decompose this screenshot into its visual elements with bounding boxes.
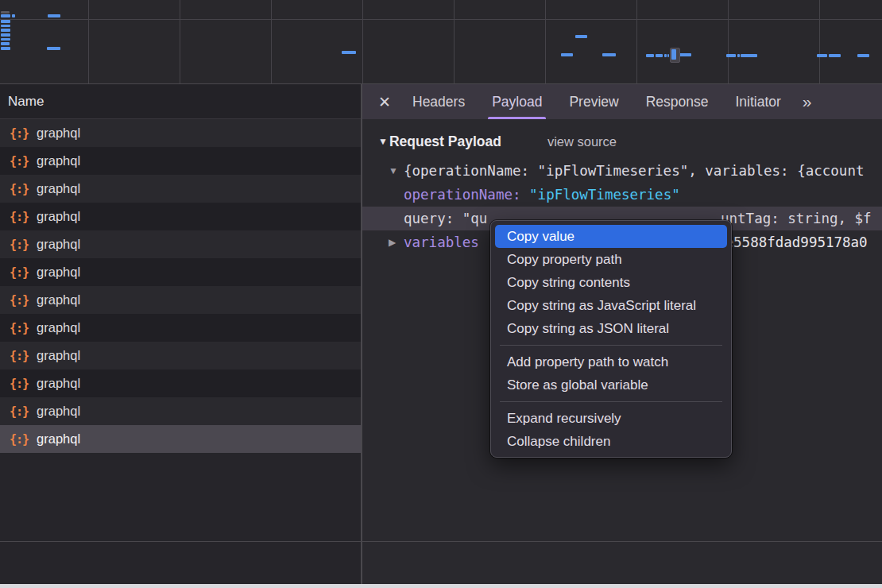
tab-list: HeadersPayloadPreviewResponseInitiator (399, 84, 795, 119)
network-activity-bar (48, 14, 60, 17)
network-activity-bar (1, 29, 10, 32)
details-tab-bar: ✕ HeadersPayloadPreviewResponseInitiator… (362, 84, 882, 119)
overview-gridline (819, 0, 820, 83)
menu-separator (500, 401, 722, 402)
network-overview-timeline[interactable] (0, 0, 882, 84)
request-list: {:}graphql{:}graphql{:}graphql{:}graphql… (0, 119, 361, 453)
network-activity-bar (1, 38, 10, 41)
json-resource-icon: {:} (10, 154, 29, 168)
request-row-graphql[interactable]: {:}graphql (0, 147, 361, 175)
more-tabs-icon[interactable]: » (796, 92, 818, 111)
tab-initiator[interactable]: Initiator (721, 84, 794, 119)
overview-gridline (728, 0, 729, 83)
json-resource-icon: {:} (10, 321, 29, 335)
tab-response[interactable]: Response (632, 84, 722, 119)
payload-root-row[interactable]: ▼ {operationName: "ipFlowTimeseries", va… (362, 159, 882, 183)
name-column-header[interactable]: Name (0, 84, 361, 119)
network-activity-bar (741, 54, 757, 57)
json-resource-icon: {:} (10, 238, 29, 252)
requests-pane: Name {:}graphql{:}graphql{:}graphql{:}gr… (0, 84, 361, 588)
network-activity-bar (726, 54, 736, 57)
network-activity-bar (575, 35, 587, 38)
network-activity-bar (1, 42, 10, 45)
expand-arrow-icon[interactable]: ▶ (389, 230, 396, 254)
menu-item-copy-string-as-json-literal[interactable]: Copy string as JSON literal (495, 317, 727, 340)
json-resource-icon: {:} (10, 182, 29, 196)
json-resource-icon: {:} (10, 432, 29, 447)
payload-preview-text: {operationName: "ipFlowTimeseries", vari… (404, 163, 864, 179)
network-activity-bar (817, 54, 827, 57)
request-row-graphql[interactable]: {:}graphql (0, 230, 361, 258)
overview-gridline (454, 0, 455, 83)
request-row-graphql[interactable]: {:}graphql (0, 203, 361, 230)
json-resource-icon: {:} (10, 265, 29, 280)
operation-name-value: "ipFlowTimeseries" (529, 187, 680, 203)
request-row-graphql[interactable]: {:}graphql (0, 369, 361, 397)
close-icon[interactable]: ✕ (370, 93, 399, 111)
expand-arrow-icon[interactable]: ▼ (389, 159, 398, 183)
request-row-graphql[interactable]: {:}graphql (0, 286, 361, 314)
menu-item-store-as-global-variable[interactable]: Store as global variable (495, 373, 727, 397)
request-name: graphql (37, 209, 80, 224)
network-activity-bar (1, 25, 10, 28)
request-name: graphql (37, 376, 80, 391)
tab-preview[interactable]: Preview (555, 84, 632, 119)
devtools-network-panel: Name {:}graphql{:}graphql{:}graphql{:}gr… (0, 0, 882, 588)
request-name: graphql (37, 431, 80, 447)
json-resource-icon: {:} (10, 377, 29, 391)
request-row-graphql[interactable]: {:}graphql (0, 425, 361, 453)
network-activity-bar (1, 14, 10, 17)
request-row-graphql[interactable]: {:}graphql (0, 175, 361, 203)
json-resource-icon: {:} (10, 210, 29, 224)
menu-item-copy-string-as-javascript-literal[interactable]: Copy string as JavaScript literal (495, 294, 727, 317)
page-edge-strip (0, 584, 882, 588)
network-activity-bar (1, 20, 10, 23)
request-row-graphql[interactable]: {:}graphql (0, 342, 361, 369)
network-activity-bar (646, 54, 654, 57)
selected-request-tick (671, 49, 676, 60)
menu-item-add-property-path-to-watch[interactable]: Add property path to watch (495, 350, 727, 373)
json-resource-icon: {:} (10, 293, 29, 308)
menu-item-copy-string-contents[interactable]: Copy string contents (495, 271, 727, 294)
request-name: graphql (37, 126, 80, 141)
menu-item-collapse-children[interactable]: Collapse children (495, 430, 727, 453)
network-activity-bar (656, 54, 663, 57)
operation-name-row[interactable]: operationName: "ipFlowTimeseries" (362, 183, 882, 207)
network-activity-bar (667, 54, 669, 57)
collapse-arrow-icon[interactable]: ▼ (378, 136, 388, 147)
request-row-graphql[interactable]: {:}graphql (0, 258, 361, 286)
network-activity-bar (857, 54, 869, 57)
json-resource-icon: {:} (10, 349, 29, 363)
overview-gridline (636, 0, 637, 83)
tab-payload[interactable]: Payload (478, 84, 555, 119)
network-activity-bar-gray (1, 11, 10, 14)
overview-gridline (88, 0, 89, 83)
menu-item-copy-property-path[interactable]: Copy property path (495, 248, 727, 271)
context-menu: Copy valueCopy property pathCopy string … (490, 220, 732, 458)
network-activity-bar (47, 47, 60, 50)
request-payload-section-header[interactable]: ▼ Request Payload view source (362, 129, 882, 154)
variables-text-fragment: ee5588fdad995178a0 (717, 230, 868, 254)
menu-separator (500, 345, 722, 346)
request-row-graphql[interactable]: {:}graphql (0, 119, 361, 147)
request-row-graphql[interactable]: {:}graphql (0, 397, 361, 425)
request-name: graphql (37, 237, 80, 252)
request-name: graphql (37, 292, 80, 308)
name-column-label: Name (8, 94, 44, 110)
operation-name-key: operationName: (404, 187, 521, 203)
request-name: graphql (37, 265, 80, 280)
menu-item-copy-value[interactable]: Copy value (495, 225, 727, 248)
network-activity-bar (679, 53, 691, 56)
view-source-link[interactable]: view source (547, 134, 617, 149)
network-activity-bar (664, 54, 667, 57)
request-name: graphql (37, 153, 80, 168)
request-row-graphql[interactable]: {:}graphql (0, 314, 361, 342)
network-activity-bar (561, 53, 573, 56)
menu-item-expand-recursively[interactable]: Expand recursively (495, 407, 727, 430)
json-resource-icon: {:} (10, 404, 29, 419)
tab-headers[interactable]: Headers (399, 84, 478, 119)
overview-gridline (362, 0, 363, 83)
query-key-prefix: query: "qu (404, 211, 487, 226)
overview-gridline (271, 0, 272, 83)
overview-gridline (180, 0, 180, 83)
